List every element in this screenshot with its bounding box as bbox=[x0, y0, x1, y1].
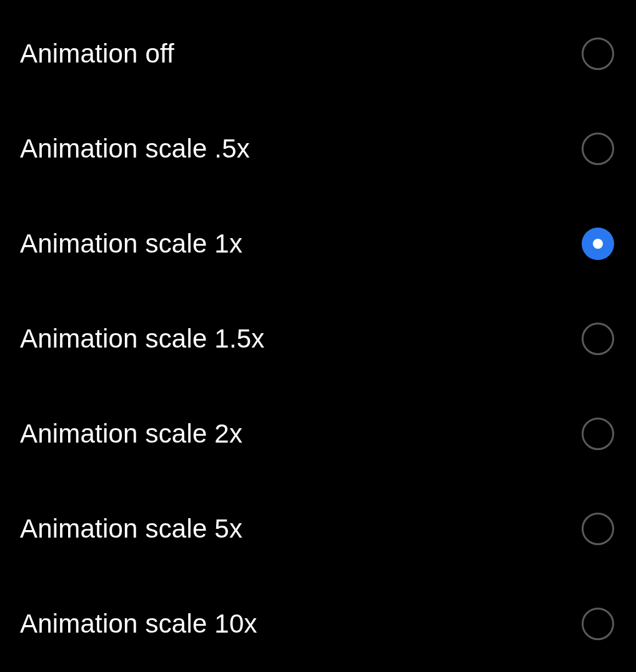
option-animation-scale-1x[interactable]: Animation scale 1x bbox=[0, 196, 636, 291]
radio-icon bbox=[582, 608, 614, 640]
animation-scale-options-list: Animation off Animation scale .5x Animat… bbox=[0, 0, 636, 671]
option-label: Animation off bbox=[20, 39, 174, 69]
option-animation-scale-10x[interactable]: Animation scale 10x bbox=[0, 576, 636, 671]
option-animation-scale-0-5x[interactable]: Animation scale .5x bbox=[0, 101, 636, 196]
radio-icon bbox=[582, 38, 614, 70]
option-label: Animation scale .5x bbox=[20, 134, 250, 164]
option-animation-scale-2x[interactable]: Animation scale 2x bbox=[0, 386, 636, 481]
option-label: Animation scale 5x bbox=[20, 514, 242, 544]
radio-icon bbox=[582, 513, 614, 545]
radio-icon bbox=[582, 323, 614, 355]
option-animation-scale-5x[interactable]: Animation scale 5x bbox=[0, 481, 636, 576]
radio-icon bbox=[582, 418, 614, 450]
radio-icon bbox=[582, 133, 614, 165]
option-animation-scale-1-5x[interactable]: Animation scale 1.5x bbox=[0, 291, 636, 386]
option-label: Animation scale 1x bbox=[20, 229, 242, 259]
option-label: Animation scale 10x bbox=[20, 609, 257, 639]
radio-selected-icon bbox=[582, 228, 614, 260]
option-label: Animation scale 1.5x bbox=[20, 324, 265, 354]
option-label: Animation scale 2x bbox=[20, 419, 242, 449]
option-animation-off[interactable]: Animation off bbox=[0, 6, 636, 101]
